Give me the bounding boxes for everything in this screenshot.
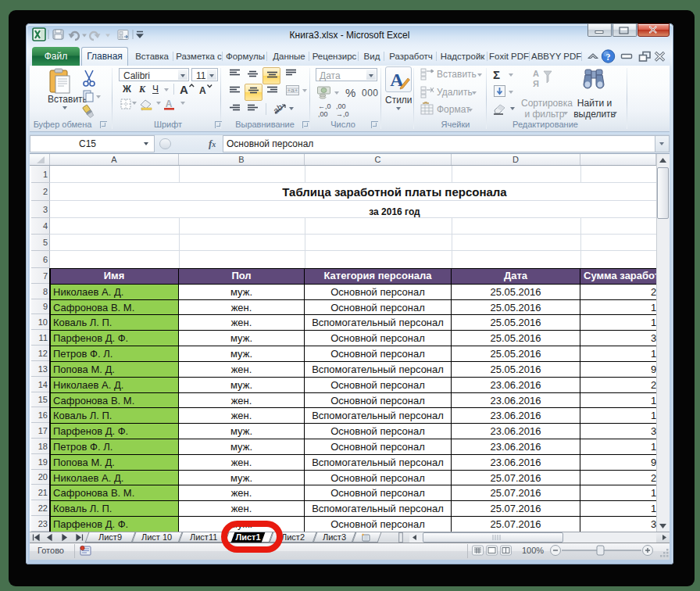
svg-text:?: ? <box>606 52 611 63</box>
svg-text:+a+: +a+ <box>288 87 298 94</box>
svg-text:A: A <box>180 83 188 96</box>
svg-text:А: А <box>166 98 173 109</box>
svg-text:А: А <box>533 69 539 78</box>
svg-text:ab: ab <box>271 102 284 116</box>
svg-text:Я: Я <box>533 79 539 88</box>
svg-text:A: A <box>199 85 206 96</box>
